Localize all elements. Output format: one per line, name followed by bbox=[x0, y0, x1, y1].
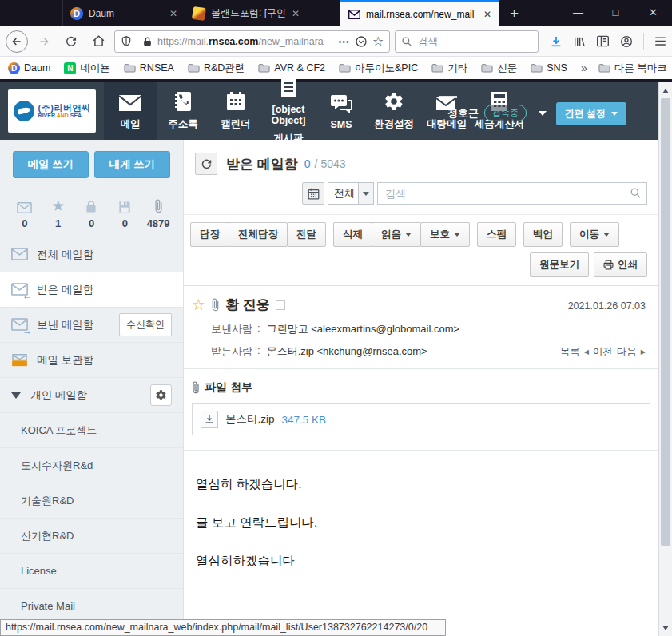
attachment-item[interactable]: 몬스터.zip 347.5 KB bbox=[192, 403, 650, 435]
lock-icon[interactable] bbox=[142, 36, 153, 47]
bookmark-naver[interactable]: N 네이뇬 bbox=[64, 62, 110, 75]
url-text[interactable]: https://mail.rnsea.com/new_mailnara bbox=[157, 36, 333, 47]
url-bar[interactable]: https://mail.rnsea.com/new_mailnara ••• … bbox=[114, 30, 390, 53]
tab-close-icon[interactable]: ✕ bbox=[292, 8, 300, 19]
pocket-icon[interactable] bbox=[355, 35, 368, 48]
bookmark-folder-rnd[interactable]: R&D관련 bbox=[188, 62, 245, 75]
tab-mail-rnsea[interactable]: mail.rnsea.com/new_mail ✕ bbox=[340, 0, 499, 26]
attachment-name[interactable]: 몬스터.zip bbox=[225, 412, 275, 427]
sidebar-item-inbox[interactable]: ← 받은 메일함 bbox=[0, 272, 183, 308]
next-link[interactable]: 다음 bbox=[617, 345, 637, 359]
counter-locked[interactable]: 0 bbox=[75, 197, 109, 229]
header-nav-mail[interactable]: 메일 bbox=[104, 82, 157, 140]
download-icon[interactable] bbox=[201, 411, 218, 428]
mail-search-input[interactable] bbox=[377, 182, 647, 205]
header-nav-board[interactable]: [object Object] 게시판 bbox=[262, 82, 315, 140]
mail-filter-select[interactable]: 전체 bbox=[328, 182, 374, 205]
header-nav-calendar[interactable]: 캘린더 bbox=[209, 82, 262, 140]
sidebar-item-sent[interactable]: → 보낸 메일함 수신확인 bbox=[0, 308, 183, 343]
select-caret[interactable] bbox=[358, 183, 373, 204]
page-actions-icon[interactable]: ••• bbox=[338, 37, 350, 46]
from-value[interactable]: 그린망고 <aleexmartins@globomail.com> bbox=[267, 322, 460, 336]
downloads-icon[interactable] bbox=[550, 35, 563, 48]
scrollbar-thumb[interactable] bbox=[661, 98, 670, 546]
sidebar-item-license[interactable]: License bbox=[0, 554, 183, 589]
browser-search-box[interactable] bbox=[395, 30, 539, 53]
sidebar-item-urban-water[interactable]: 도시수자원R&d bbox=[0, 448, 183, 483]
reply-button[interactable]: 답장 bbox=[190, 222, 229, 247]
user-menu-caret-icon[interactable] bbox=[539, 111, 547, 116]
header-nav-contacts[interactable]: 주소록 bbox=[157, 82, 209, 140]
spam-button[interactable]: 스팸 bbox=[477, 222, 516, 247]
window-maximize-button[interactable]: □ bbox=[597, 0, 634, 26]
search-icon[interactable] bbox=[630, 187, 642, 199]
bookmark-folder-avr[interactable]: AVR & CF2 bbox=[258, 62, 325, 74]
window-close-button[interactable]: ✕ bbox=[634, 0, 672, 26]
tab-close-icon[interactable]: ✕ bbox=[169, 8, 177, 19]
sidebar-item-archive[interactable]: 메일 보관함 bbox=[0, 343, 183, 378]
menu-icon[interactable] bbox=[654, 36, 666, 46]
counter-starred[interactable]: ★ 1 bbox=[42, 197, 75, 229]
tab-close-icon[interactable]: ✕ bbox=[483, 9, 491, 20]
write-to-me-button[interactable]: 내게 쓰기 bbox=[94, 151, 170, 178]
home-button[interactable] bbox=[87, 30, 109, 53]
backup-button[interactable]: 백업 bbox=[523, 222, 563, 247]
counter-attachments[interactable]: 4879 bbox=[141, 197, 175, 229]
sidebar-item-tech-rnd[interactable]: 기술원R&D bbox=[0, 483, 183, 519]
back-button[interactable] bbox=[6, 30, 28, 53]
tab-borland-forum[interactable]: 볼랜드포럼: [구인] H/W 설 ✕ bbox=[185, 0, 307, 26]
bookmark-folder-sns[interactable]: SNS bbox=[531, 62, 567, 74]
sidebar-item-koica[interactable]: KOICA 프로젝트 bbox=[0, 413, 183, 448]
window-minimize-button[interactable]: — bbox=[559, 0, 597, 26]
refresh-button[interactable] bbox=[195, 153, 217, 175]
scroll-up-arrow[interactable] bbox=[659, 84, 672, 97]
tracking-shield-icon[interactable] bbox=[121, 35, 132, 47]
mail-search-box[interactable] bbox=[377, 182, 647, 205]
to-value[interactable]: 몬스터.zip <hkchung@rnsea.com> bbox=[267, 344, 427, 359]
counter-saved[interactable]: 0 bbox=[108, 197, 141, 229]
bookmark-daum[interactable]: D Daum bbox=[8, 62, 50, 74]
page-scrollbar[interactable] bbox=[658, 82, 672, 636]
compose-mail-button[interactable]: 메일 쓰기 bbox=[13, 151, 89, 178]
bookmark-folder-etc[interactable]: 기타 bbox=[431, 62, 467, 75]
move-button[interactable]: 이동 bbox=[570, 222, 619, 247]
read-receipt-button[interactable]: 수신확인 bbox=[119, 313, 172, 336]
sidebar-item-all-mail[interactable]: 전체 메일함 bbox=[0, 237, 183, 272]
view-source-button[interactable]: 원문보기 bbox=[530, 252, 589, 277]
header-nav-sms[interactable]: SMS bbox=[315, 82, 368, 140]
bookmark-folder-news[interactable]: 신문 bbox=[481, 62, 517, 75]
forward-button[interactable]: 전달 bbox=[287, 222, 326, 247]
scroll-down-arrow[interactable] bbox=[659, 621, 672, 634]
sidebar-item-personal[interactable]: 개인 메일함 bbox=[0, 378, 183, 413]
reply-all-button[interactable]: 전체답장 bbox=[229, 222, 288, 247]
prev-link[interactable]: 이전 bbox=[593, 345, 613, 359]
sidebar-toggle-icon[interactable] bbox=[596, 35, 610, 47]
bookmark-folder-rnsea[interactable]: RNSEA bbox=[124, 62, 174, 74]
delete-button[interactable]: 삭제 bbox=[333, 222, 372, 247]
protect-button[interactable]: 보호 bbox=[420, 222, 470, 247]
account-icon[interactable] bbox=[620, 35, 633, 48]
mark-read-button[interactable]: 읽음 bbox=[372, 222, 421, 247]
bookmark-other-bookmarks[interactable]: 다른 북마크 bbox=[598, 62, 667, 75]
counter-unread[interactable]: 0 bbox=[8, 197, 42, 229]
forward-button[interactable] bbox=[33, 30, 55, 53]
reload-button[interactable] bbox=[60, 30, 82, 53]
folder-settings-button[interactable] bbox=[150, 384, 172, 406]
list-link[interactable]: 목록 bbox=[560, 345, 580, 359]
user-block[interactable]: 정호근 접속중 bbox=[447, 105, 547, 121]
date-filter-button[interactable] bbox=[302, 182, 324, 205]
sidebar-item-sangihyup[interactable]: 산기협R&D bbox=[0, 519, 183, 554]
new-tab-button[interactable]: + bbox=[510, 5, 519, 22]
collapse-triangle-icon[interactable] bbox=[11, 392, 21, 399]
message-checkbox[interactable] bbox=[276, 300, 285, 310]
browser-search-input[interactable] bbox=[417, 35, 532, 47]
tab-daum[interactable]: D Daum ✕ bbox=[62, 0, 185, 26]
bookmarks-overflow-chevron[interactable]: » bbox=[581, 62, 587, 74]
bookmark-folder-arduino[interactable]: 아두이노&PIC bbox=[339, 62, 418, 75]
quick-settings-button[interactable]: 간편 설정 bbox=[556, 102, 626, 125]
star-outline-icon[interactable]: ☆ bbox=[192, 297, 205, 312]
header-nav-settings[interactable]: 환경설정 bbox=[368, 82, 420, 140]
company-logo[interactable]: (주)리버앤씨 RIVER AND SEA bbox=[8, 89, 96, 133]
print-button[interactable]: 인쇄 bbox=[594, 252, 647, 277]
library-icon[interactable] bbox=[573, 35, 586, 48]
